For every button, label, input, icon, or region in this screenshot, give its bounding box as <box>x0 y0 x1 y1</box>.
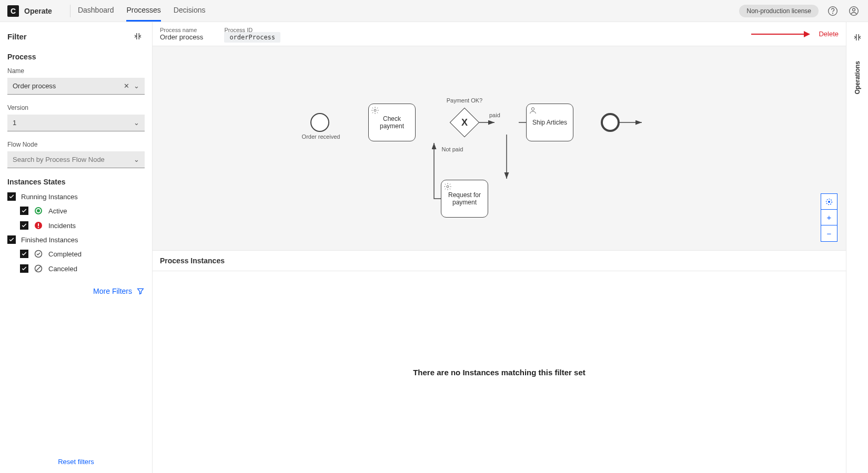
name-select[interactable]: Order process ✕ ⌄ <box>7 78 145 95</box>
incident-state-icon <box>34 221 43 230</box>
svg-point-17 <box>531 108 534 110</box>
task-label: Request for payment <box>443 191 486 206</box>
checkbox-running[interactable]: Running Instances <box>7 192 145 201</box>
task-check-payment[interactable]: Check payment <box>368 104 416 141</box>
svg-point-16 <box>447 186 449 188</box>
version-select-value: 1 <box>13 119 16 127</box>
reset-filters-link[interactable]: Reset filters <box>7 458 145 466</box>
zoom-in-button[interactable]: + <box>821 210 837 225</box>
svg-point-1 <box>833 13 833 13</box>
chevron-down-icon[interactable]: ⌄ <box>134 156 139 163</box>
app-header: C Operate Dashboard Processes Decisions … <box>0 0 868 22</box>
checkbox-active[interactable]: Active <box>20 206 145 215</box>
checkbox-icon <box>20 264 28 273</box>
checkbox-completed[interactable]: Completed <box>20 249 145 259</box>
svg-rect-8 <box>38 227 39 228</box>
zoom-reset-button[interactable] <box>821 194 837 210</box>
svg-point-15 <box>374 109 376 111</box>
app-logo: C <box>7 5 19 17</box>
checkbox-label: Active <box>48 207 67 215</box>
task-ship-articles[interactable]: Ship Articles <box>526 104 573 141</box>
collapse-sidebar-icon[interactable] <box>131 29 145 43</box>
chevron-down-icon[interactable]: ⌄ <box>134 82 139 90</box>
process-info-bar: Process name Order process Process ID or… <box>153 22 846 46</box>
checkbox-label: Finished Instances <box>21 236 78 244</box>
filter-sidebar: Filter Process Name Order process ✕ ⌄ Ve… <box>0 22 153 473</box>
delete-button[interactable]: Delete <box>819 30 839 38</box>
checkbox-icon <box>20 221 28 230</box>
annotation-arrow <box>751 34 809 35</box>
checkbox-canceled[interactable]: Canceled <box>20 264 145 273</box>
bpmn-diagram[interactable]: Order received Check payment X Payment O… <box>153 46 846 250</box>
canceled-state-icon <box>34 264 43 273</box>
name-field-label: Name <box>7 67 145 75</box>
active-state-icon <box>34 206 43 215</box>
end-event[interactable] <box>601 113 620 132</box>
task-label: Check payment <box>371 115 413 130</box>
checkbox-label: Incidents <box>48 222 76 230</box>
service-task-icon <box>371 106 379 115</box>
more-filters-link[interactable]: More Filters <box>7 287 145 295</box>
expand-operations-icon[interactable] <box>851 30 864 44</box>
checkbox-incidents[interactable]: Incidents <box>20 221 145 230</box>
version-field-label: Version <box>7 104 145 111</box>
more-filters-label: More Filters <box>93 287 132 295</box>
process-id-value: orderProcess <box>224 32 280 43</box>
process-section-title: Process <box>7 53 145 61</box>
states-section-title: Instances States <box>7 178 145 186</box>
checkbox-label: Running Instances <box>21 193 78 201</box>
process-name-label: Process name <box>160 27 203 33</box>
version-select[interactable]: 1 ⌄ <box>7 115 145 131</box>
filter-title: Filter <box>7 32 27 41</box>
nav-dashboard[interactable]: Dashboard <box>78 0 114 22</box>
app-name: Operate <box>24 7 52 15</box>
task-label: Ship Articles <box>532 119 567 126</box>
flownode-search[interactable] <box>13 156 134 163</box>
divider <box>70 5 70 17</box>
checkbox-icon <box>20 250 28 258</box>
filter-icon <box>136 287 145 295</box>
main-content: Process name Order process Process ID or… <box>153 22 846 473</box>
svg-point-3 <box>853 8 855 11</box>
checkbox-icon <box>7 235 16 244</box>
flownode-input[interactable]: ⌄ <box>7 151 145 168</box>
svg-point-19 <box>829 201 830 202</box>
checkbox-label: Canceled <box>48 265 77 273</box>
svg-point-5 <box>37 209 40 212</box>
instances-section-header: Process Instances <box>153 250 846 271</box>
user-task-icon <box>529 106 537 115</box>
sequence-paid-label: paid <box>489 112 500 118</box>
instances-list: There are no Instances matching this fil… <box>153 271 846 473</box>
start-event[interactable] <box>310 113 329 132</box>
nav-decisions[interactable]: Decisions <box>174 0 206 22</box>
name-select-value: Order process <box>13 82 56 90</box>
empty-state-message: There are no Instances matching this fil… <box>413 368 586 377</box>
checkbox-label: Completed <box>48 250 82 258</box>
checkbox-icon <box>7 192 16 201</box>
zoom-out-button[interactable]: − <box>821 225 837 241</box>
clear-icon[interactable]: ✕ <box>124 82 129 90</box>
chevron-down-icon[interactable]: ⌄ <box>134 119 139 127</box>
svg-rect-7 <box>38 223 39 226</box>
start-event-label: Order received <box>300 133 342 140</box>
task-request-payment[interactable]: Request for payment <box>441 180 488 218</box>
gateway-label: Payment OK? <box>443 97 486 104</box>
nav-processes[interactable]: Processes <box>126 0 160 22</box>
checkbox-finished[interactable]: Finished Instances <box>7 235 145 244</box>
help-icon[interactable] <box>826 4 840 18</box>
service-task-icon <box>443 182 452 191</box>
main-nav: Dashboard Processes Decisions <box>78 0 206 22</box>
license-badge: Non-production license <box>739 5 819 17</box>
zoom-controls: + − <box>821 193 837 242</box>
user-icon[interactable] <box>847 4 861 18</box>
flownode-field-label: Flow Node <box>7 141 145 148</box>
completed-state-icon <box>34 249 43 259</box>
operations-rail: Operations <box>846 22 868 473</box>
operations-label[interactable]: Operations <box>854 61 861 94</box>
exclusive-gateway[interactable]: X <box>450 108 480 138</box>
sequence-notpaid-label: Not paid <box>439 146 466 152</box>
checkbox-icon <box>20 207 28 215</box>
process-name-value: Order process <box>160 33 203 41</box>
